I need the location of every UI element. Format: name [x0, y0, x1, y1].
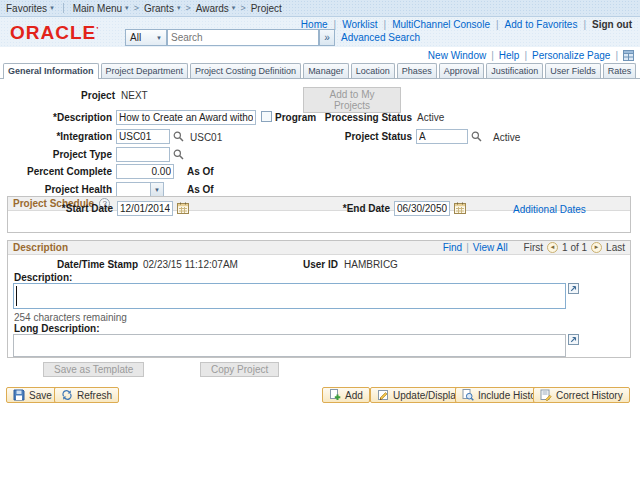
- project-health-dropdown[interactable]: ▼: [116, 182, 164, 197]
- integration-input[interactable]: [116, 129, 170, 144]
- personalize-page-link[interactable]: Personalize Page: [532, 50, 610, 61]
- start-date-calendar-icon[interactable]: [177, 202, 189, 214]
- project-type-input[interactable]: [116, 147, 170, 162]
- refresh-button[interactable]: Refresh: [54, 387, 119, 403]
- tab-phases[interactable]: Phases: [397, 63, 437, 78]
- add-to-my-projects-button[interactable]: Add to My Projects: [303, 87, 401, 113]
- separator: |: [583, 19, 586, 30]
- find-view-controls: Find | View All First ◄ 1 of 1 ► Last: [443, 242, 625, 253]
- tab-manager[interactable]: Manager: [303, 63, 349, 78]
- tab-justification[interactable]: Justification: [486, 63, 543, 78]
- separator: |: [491, 50, 494, 61]
- project-status-label: Project Status: [300, 131, 412, 142]
- first-link[interactable]: First: [524, 242, 543, 253]
- update-display-button[interactable]: Update/Display: [370, 387, 468, 403]
- add-button[interactable]: Add: [322, 387, 370, 403]
- breadcrumb-separator: >: [134, 3, 139, 13]
- breadcrumb: Favorites▾ Main Menu▾ > Grants▾ > Awards…: [0, 0, 640, 17]
- view-all-link[interactable]: View All: [473, 242, 508, 253]
- percent-complete-label: Percent Complete: [0, 166, 112, 177]
- description-field-label: Description:: [14, 272, 134, 283]
- datetime-stamp-value: 02/23/15 11:12:07AM: [143, 259, 238, 270]
- tab-strip: General Information Project Department P…: [0, 61, 640, 79]
- search-scope-dropdown[interactable]: All ▼: [125, 29, 167, 46]
- tab-rates[interactable]: Rates: [603, 63, 637, 78]
- start-date-input[interactable]: [117, 201, 173, 216]
- long-description-textarea[interactable]: [13, 334, 566, 357]
- chars-remaining-note: 254 characters remaining: [14, 312, 127, 323]
- search-scope-value: All: [130, 32, 141, 43]
- peoplesoft-project-page: { "icons": { "dropdown_arrow": "▾", "sel…: [0, 0, 640, 480]
- personalize-layout-icon[interactable]: [623, 50, 634, 61]
- project-type-lookup-icon[interactable]: [173, 149, 184, 160]
- page-bar: New Window | Help | Personalize Page |: [428, 50, 634, 61]
- start-date-label: *Start Date: [8, 203, 113, 214]
- tab-project-department[interactable]: Project Department: [101, 63, 189, 78]
- separator: |: [615, 50, 618, 61]
- end-date-input[interactable]: [394, 201, 450, 216]
- description-input[interactable]: [116, 110, 256, 125]
- tab-approval[interactable]: Approval: [439, 63, 485, 78]
- advanced-search-link[interactable]: Advanced Search: [341, 32, 420, 43]
- separator: |: [466, 242, 469, 253]
- long-description-label: Long Description:: [14, 323, 134, 334]
- add-to-favorites-link[interactable]: Add to Favorites: [505, 19, 578, 30]
- user-id-label: User ID: [248, 259, 338, 270]
- previous-row-icon[interactable]: ◄: [547, 242, 558, 253]
- breadcrumb-item-main-menu[interactable]: Main Menu▾: [73, 3, 129, 14]
- breadcrumb-item-favorites[interactable]: Favorites▾: [6, 3, 54, 14]
- next-row-icon[interactable]: ►: [591, 242, 602, 253]
- correct-history-pencil-icon: [540, 389, 552, 401]
- correct-history-button[interactable]: Correct History: [533, 387, 630, 403]
- project-status-input[interactable]: [416, 129, 468, 144]
- percent-complete-input[interactable]: [116, 164, 174, 179]
- chevron-down-icon: ▼: [150, 183, 163, 196]
- breadcrumb-item-project[interactable]: Project: [251, 3, 282, 14]
- copy-project-button[interactable]: Copy Project: [200, 362, 279, 377]
- project-status-lookup-icon[interactable]: [471, 131, 482, 142]
- last-link[interactable]: Last: [606, 242, 625, 253]
- project-status-description: Active: [493, 132, 520, 143]
- save-as-template-button[interactable]: Save as Template: [43, 362, 144, 377]
- tab-user-fields[interactable]: User Fields: [545, 63, 601, 78]
- find-link[interactable]: Find: [443, 242, 462, 253]
- tab-project-costing-definition[interactable]: Project Costing Definition: [190, 63, 301, 78]
- processing-status-value: Active: [417, 112, 444, 123]
- description-header: Description Find | View All First ◄ 1 of…: [8, 241, 630, 255]
- chevron-down-icon: ▾: [232, 4, 236, 12]
- end-date-calendar-icon[interactable]: [454, 202, 466, 214]
- additional-dates-link[interactable]: Additional Dates: [513, 204, 586, 215]
- include-history-magnifier-icon: [462, 389, 474, 401]
- user-id-value: HAMBRICG: [344, 259, 398, 270]
- add-plus-icon: [329, 389, 341, 401]
- project-value: NEXT: [121, 90, 148, 101]
- worklist-link[interactable]: Worklist: [342, 19, 377, 30]
- breadcrumb-separator: >: [185, 3, 190, 13]
- datetime-stamp-label: Date/Time Stamp: [8, 259, 138, 270]
- search-go-button[interactable]: »: [319, 29, 335, 46]
- program-checkbox[interactable]: [261, 111, 272, 122]
- description-expand-icon[interactable]: [568, 283, 579, 294]
- new-window-link[interactable]: New Window: [428, 50, 486, 61]
- multichannel-console-link[interactable]: MultiChannel Console: [392, 19, 490, 30]
- processing-status-label: Processing Status: [300, 112, 412, 123]
- search-input[interactable]: [167, 29, 319, 46]
- breadcrumb-item-awards[interactable]: Awards▾: [196, 3, 236, 14]
- project-schedule-section: Project Schedule ? *Start Date *End Date…: [7, 196, 631, 233]
- breadcrumb-item-grants[interactable]: Grants▾: [144, 3, 181, 14]
- tab-location[interactable]: Location: [351, 63, 395, 78]
- chevron-down-icon: ▾: [50, 4, 54, 12]
- save-button[interactable]: Save: [6, 387, 59, 403]
- text-cursor: [16, 286, 17, 306]
- tab-general-information[interactable]: General Information: [3, 63, 99, 79]
- description-textarea[interactable]: [13, 283, 566, 309]
- integration-label: *Integration: [0, 131, 112, 142]
- integration-lookup-icon[interactable]: [173, 131, 184, 142]
- project-health-label: Project Health: [0, 184, 112, 195]
- long-description-expand-icon[interactable]: [568, 334, 579, 345]
- sign-out-link[interactable]: Sign out: [592, 19, 632, 30]
- separator: |: [384, 19, 387, 30]
- help-link[interactable]: Help: [499, 50, 520, 61]
- breadcrumb-separator: >: [240, 3, 245, 13]
- separator: |: [496, 19, 499, 30]
